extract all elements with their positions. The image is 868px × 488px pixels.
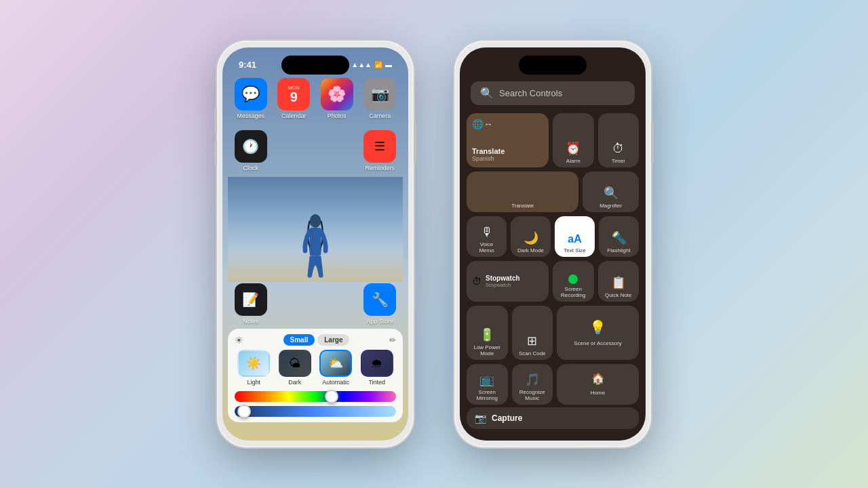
home-bottom-panel: ☀ Small Large ✏ ☀️ Light 🌤 Dark ⛅: [228, 329, 403, 422]
magnifier-icon: 🔍: [604, 186, 618, 201]
home-tile[interactable]: 🏠 Home: [557, 364, 639, 405]
clock-app[interactable]: 🕐 Clock: [232, 130, 270, 171]
calendar-app[interactable]: MON 9 Calendar: [275, 78, 313, 119]
app-grid-row2: 🕐 Clock ☰ Reminders: [222, 125, 408, 177]
volume-down-button[interactable]: [214, 141, 217, 165]
app-grid-row1: 💬 Messages MON 9 Calendar 🌸 Photos 📷 Cam…: [222, 73, 408, 125]
home-icon: 🏠: [591, 372, 605, 385]
right-screen: 🔍 Search Controls 🌐↔ Translate Spanish ⏰…: [460, 47, 646, 441]
screen-mirroring-tile[interactable]: 📺 Screen Mirroring: [467, 364, 508, 405]
wifi-icon: 📶: [374, 61, 382, 68]
screen-mirroring-icon: 📺: [479, 372, 494, 387]
controls-row-3: 🎙 Voice Memo 🌙 Dark Mode aA Text Size 🔦 …: [467, 216, 639, 257]
svg-point-0: [310, 214, 321, 228]
translate-icon: 🌐↔: [472, 119, 493, 129]
blue-thumb[interactable]: [237, 405, 251, 418]
app-grid-row3: 📝 Notes 🔧 App Store: [222, 282, 408, 326]
small-size-button[interactable]: Small: [283, 334, 315, 346]
controls-row-2: Translate 🔍 Magnifier: [467, 171, 639, 212]
search-icon: 🔍: [480, 87, 494, 100]
capture-row[interactable]: 📷 Capture: [467, 407, 639, 429]
translate-bottom-tile[interactable]: Translate: [467, 171, 578, 212]
text-size-tile[interactable]: aA Text Size: [555, 216, 595, 257]
dark-mode-label: Dark Mode: [517, 247, 544, 254]
controls-row-6: 📺 Screen Mirroring 🎵 Recognize Music 🏠 H…: [467, 364, 639, 405]
quick-note-tile[interactable]: 📋 Quick Note: [598, 261, 639, 302]
dark-thumb: 🌤: [279, 350, 311, 377]
left-iphone: 9:41 ▲▲▲ 📶 ▬ 💬 Messages MON 9 Calendar: [217, 41, 414, 447]
camera-icon: 📷: [363, 78, 396, 110]
notes-label: Notes: [243, 318, 259, 325]
empty3: [275, 283, 313, 325]
reminders-label: Reminders: [365, 165, 395, 171]
calendar-label: Calendar: [281, 113, 307, 119]
low-power-tile[interactable]: 🔋 Low Power Mode: [467, 306, 508, 360]
voice-memo-label: Voice Memo: [472, 241, 501, 254]
auto-appearance[interactable]: ⛅ Automatic: [317, 350, 355, 386]
color-thumb[interactable]: [325, 390, 338, 403]
recognize-music-label: Recognize Music: [517, 389, 548, 402]
light-label: Light: [247, 379, 260, 386]
home-label: Home: [591, 390, 605, 396]
messages-app[interactable]: 💬 Messages: [232, 78, 270, 119]
flashlight-icon: 🔦: [612, 230, 627, 245]
magnifier-label: Magnifier: [599, 203, 622, 209]
appearance-row: ☀ Small Large ✏: [235, 334, 396, 346]
reminders-app[interactable]: ☰ Reminders: [361, 130, 399, 171]
signal-icon: ▲▲▲: [351, 61, 372, 68]
large-size-button[interactable]: Large: [317, 334, 349, 346]
controls-grid: 🌐↔ Translate Spanish ⏰ Alarm ⏱ Timer: [460, 113, 646, 405]
scan-code-tile[interactable]: ⊞ Scan Code: [512, 306, 553, 360]
empty4: [318, 283, 356, 325]
flashlight-tile[interactable]: 🔦 Flashlight: [599, 216, 639, 257]
timer-tile[interactable]: ⏱ Timer: [598, 113, 639, 167]
pencil-icon[interactable]: ✏: [389, 336, 396, 345]
stopwatch-icon: ⏱: [472, 276, 481, 287]
scene-icon: 💡: [589, 319, 606, 336]
notes-app[interactable]: 📝 Notes: [232, 283, 270, 325]
volume-up-button[interactable]: [214, 108, 217, 133]
messages-label: Messages: [237, 113, 264, 119]
light-appearance[interactable]: ☀️ Light: [235, 350, 273, 386]
appstore-label: App Store: [366, 318, 393, 325]
screen-recording-tile[interactable]: Screen Recording: [553, 261, 594, 302]
color-slider[interactable]: [235, 391, 396, 402]
text-size-label: Text Size: [564, 247, 585, 254]
capture-label: Capture: [492, 413, 522, 423]
recognize-music-icon: 🎵: [525, 372, 540, 387]
scan-code-icon: ⊞: [527, 333, 537, 348]
right-power-button[interactable]: [651, 122, 654, 163]
translate-tile[interactable]: 🌐↔ Translate Spanish: [467, 113, 549, 167]
appstore-app[interactable]: 🔧 App Store: [361, 283, 399, 325]
flashlight-label: Flashlight: [607, 247, 630, 254]
blue-slider[interactable]: [235, 406, 396, 417]
stopwatch-tile[interactable]: ⏱ Stopwatch Stopwatch: [467, 261, 549, 302]
recording-dot: [568, 274, 578, 284]
power-button[interactable]: [414, 122, 416, 163]
empty1: [275, 130, 313, 171]
dark-mode-tile[interactable]: 🌙 Dark Mode: [511, 216, 551, 257]
dark-appearance[interactable]: 🌤 Dark: [276, 350, 315, 386]
person-silhouette: [298, 214, 332, 282]
alarm-tile[interactable]: ⏰ Alarm: [553, 113, 594, 167]
status-icons: ▲▲▲ 📶 ▬: [351, 61, 392, 68]
sky-background: [228, 177, 403, 282]
magnifier-tile[interactable]: 🔍 Magnifier: [583, 171, 639, 212]
left-screen: 9:41 ▲▲▲ 📶 ▬ 💬 Messages MON 9 Calendar: [222, 47, 408, 441]
photos-app[interactable]: 🌸 Photos: [318, 78, 356, 119]
scene-label: Scene or Accessory: [574, 340, 622, 347]
voice-memo-tile[interactable]: 🎙 Voice Memo: [467, 216, 507, 257]
camera-app[interactable]: 📷 Camera: [361, 78, 399, 119]
recognize-music-tile[interactable]: 🎵 Recognize Music: [512, 364, 553, 405]
search-controls-bar[interactable]: 🔍 Search Controls: [471, 81, 635, 105]
tinted-appearance[interactable]: 🌧 Tinted: [358, 350, 397, 386]
voice-memo-icon: 🎙: [481, 225, 493, 239]
search-placeholder: Search Controls: [499, 88, 562, 98]
controls-row-1: 🌐↔ Translate Spanish ⏰ Alarm ⏱ Timer: [467, 113, 639, 167]
wallpaper-area: [228, 177, 403, 282]
text-size-icon: aA: [568, 233, 581, 245]
controls-row-4: ⏱ Stopwatch Stopwatch Screen Recording 📋…: [467, 261, 639, 302]
scene-accessory-tile[interactable]: 💡 Scene or Accessory: [557, 306, 639, 360]
messages-icon: 💬: [235, 78, 267, 110]
tinted-thumb: 🌧: [361, 350, 393, 377]
